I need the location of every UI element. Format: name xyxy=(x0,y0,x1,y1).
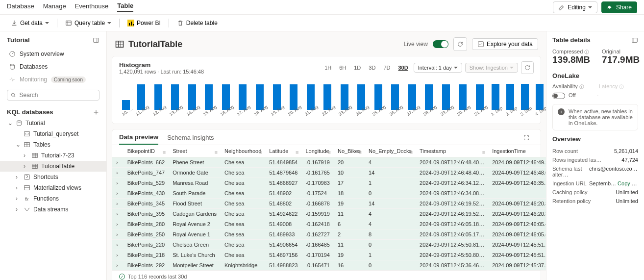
row-expand-icon[interactable]: › xyxy=(112,178,124,188)
histogram-bar[interactable]: 25. Aug xyxy=(371,84,386,119)
histogram-bar[interactable]: 24. Aug xyxy=(354,84,369,119)
editing-dropdown[interactable]: Editing xyxy=(553,1,597,13)
tree-db-tutorial[interactable]: ⌄ Tutorial xyxy=(0,118,106,128)
table-row[interactable]: ›BikePoints_747Ormonde GateChelsea51.487… xyxy=(112,168,546,178)
column-menu-icon[interactable]: ≡ xyxy=(163,149,166,155)
column-header[interactable]: Timestamp≡ xyxy=(416,145,488,157)
range-30d[interactable]: 30D xyxy=(396,63,410,72)
tree-functions[interactable]: › fx Functions xyxy=(0,193,106,204)
refresh-button[interactable] xyxy=(453,37,467,51)
column-header[interactable]: Neighbourhood≡ xyxy=(221,145,265,157)
histogram-bar[interactable]: 20. Aug xyxy=(286,84,301,119)
histogram-bar[interactable]: 16. Aug xyxy=(219,84,234,119)
tree-queryset[interactable]: Tutorial_queryset xyxy=(0,128,106,139)
column-menu-icon[interactable]: ≡ xyxy=(359,149,362,155)
column-menu-icon[interactable]: ≡ xyxy=(259,149,262,155)
range-3d[interactable]: 3D xyxy=(366,63,378,72)
live-view-toggle[interactable] xyxy=(433,40,448,48)
histogram-bar[interactable]: 2. Sep xyxy=(504,84,517,119)
table-row[interactable]: ›BikePoints_250Royal Avenue 1Chelsea51.4… xyxy=(112,229,546,240)
plus-icon[interactable] xyxy=(93,109,99,116)
table-row[interactable]: ›BikePoints_345Flood StreetChelsea51.488… xyxy=(112,199,546,209)
row-expand-icon[interactable]: › xyxy=(112,199,124,209)
histogram-bar[interactable]: 18. Aug xyxy=(252,84,268,119)
column-menu-icon[interactable]: ≡ xyxy=(410,149,413,155)
interval-dropdown[interactable]: Interval: 1 day xyxy=(414,63,462,73)
column-menu-icon[interactable]: ≡ xyxy=(215,149,218,155)
info-icon[interactable]: i xyxy=(579,84,584,89)
table-row[interactable]: ›BikePoints_662Phene StreetChelsea51.484… xyxy=(112,157,546,168)
tab-table[interactable]: Table xyxy=(117,2,133,12)
info-icon[interactable]: i xyxy=(584,50,589,54)
table-row[interactable]: ›BikePoints_218St. Luke's ChurchChelsea5… xyxy=(112,250,546,260)
histogram-bar[interactable]: 15. Aug xyxy=(201,84,217,119)
column-header[interactable]: Street≡ xyxy=(169,145,221,157)
histogram-bar[interactable]: 23. Aug xyxy=(337,84,352,119)
row-expand-icon[interactable]: › xyxy=(112,157,124,168)
histogram-bar[interactable]: 3. Sep xyxy=(519,84,531,119)
tab-database[interactable]: Database xyxy=(7,2,34,12)
range-1d[interactable]: 1D xyxy=(351,63,363,72)
table-row[interactable]: ›BikePoints_430South ParadeChelsea51.489… xyxy=(112,188,546,199)
tab-data-preview[interactable]: Data preview xyxy=(119,133,158,145)
range-1h[interactable]: 1H xyxy=(322,63,334,72)
tree-table-1[interactable]: › Tutorial-7-23 xyxy=(0,150,106,161)
histogram-bar[interactable]: 13. Aug xyxy=(168,84,183,119)
row-expand-icon[interactable]: › xyxy=(112,168,124,178)
histogram-bar[interactable]: 29. Aug xyxy=(439,84,454,119)
tab-manage[interactable]: Manage xyxy=(43,2,66,12)
range-6h[interactable]: 6H xyxy=(337,63,348,72)
row-expand-icon[interactable]: › xyxy=(112,229,124,240)
column-header[interactable]: No_Empty_Docks≡ xyxy=(365,145,416,157)
row-expand-icon[interactable]: › xyxy=(112,188,124,199)
histogram-refresh-button[interactable] xyxy=(521,61,534,74)
table-row[interactable]: ›BikePoints_220Chelsea GreenChelsea51.49… xyxy=(112,240,546,250)
histogram-bar[interactable]: 22. Aug xyxy=(320,84,335,119)
row-expand-icon[interactable]: › xyxy=(112,260,124,271)
column-header[interactable]: Longitude≡ xyxy=(301,145,334,157)
histogram-bar[interactable]: 31. Aug xyxy=(472,84,488,119)
table-row[interactable]: ›BikePoints_292Montpelier StreetKnightsb… xyxy=(112,260,546,271)
tree-tables[interactable]: ⌄ Tables xyxy=(0,139,106,150)
tab-eventhouse[interactable]: Eventhouse xyxy=(75,2,109,12)
row-expand-icon[interactable]: › xyxy=(112,219,124,229)
range-7d[interactable]: 7D xyxy=(381,63,393,72)
histogram-bar[interactable]: 19. Aug xyxy=(269,84,284,119)
histogram-bar[interactable]: 27. Aug xyxy=(405,84,420,119)
histogram-bar[interactable]: 17. Aug xyxy=(235,84,250,119)
query-table-button[interactable]: Query table xyxy=(61,18,115,28)
histogram-bar[interactable]: 30. Aug xyxy=(455,84,471,119)
expand-icon[interactable] xyxy=(523,134,534,144)
explore-data-button[interactable]: Explore your data xyxy=(472,38,538,50)
histogram-bar[interactable]: 10. … xyxy=(120,100,132,119)
row-expand-icon[interactable]: › xyxy=(112,250,124,260)
histogram-bar[interactable]: 4. Sep xyxy=(533,84,546,119)
column-header[interactable]: BikepointID≡ xyxy=(124,145,169,157)
histogram-bar[interactable]: 1. Sep xyxy=(489,84,502,119)
tab-schema-insights[interactable]: Schema insights xyxy=(167,134,214,144)
expand-panel-icon[interactable] xyxy=(631,37,638,44)
table-row[interactable]: ›BikePoints_395Cadogan GardensChelsea51.… xyxy=(112,209,546,219)
column-menu-icon[interactable]: ≡ xyxy=(296,149,298,155)
collapse-icon[interactable] xyxy=(93,37,99,44)
delete-table-button[interactable]: Delete table xyxy=(173,18,222,28)
histogram-bar[interactable]: 14. Aug xyxy=(185,84,200,119)
search-input[interactable] xyxy=(20,92,96,99)
copy-uri-link[interactable]: Copy URI xyxy=(618,180,638,186)
histogram-bar[interactable]: 21. Aug xyxy=(303,84,318,119)
column-header[interactable]: Latitude≡ xyxy=(265,145,301,157)
column-header[interactable]: IngestionTime≡ xyxy=(488,145,546,157)
tree-table-2[interactable]: › TutorialTable xyxy=(0,161,106,172)
get-data-button[interactable]: Get data xyxy=(7,18,53,28)
nav-databases[interactable]: Databases xyxy=(0,60,106,73)
histogram-bar[interactable]: 11. Aug xyxy=(134,84,149,119)
table-row[interactable]: ›BikePoints_280Royal Avenue 2Chelsea51.4… xyxy=(112,219,546,229)
histogram-bar[interactable]: 12. Aug xyxy=(151,84,166,119)
power-bi-button[interactable]: Power BI xyxy=(124,18,165,28)
column-menu-icon[interactable]: ≡ xyxy=(482,149,485,155)
search-box[interactable] xyxy=(7,90,99,101)
availability-toggle[interactable] xyxy=(552,93,565,99)
histogram-bar[interactable]: 26. Aug xyxy=(388,84,403,119)
nav-system-overview[interactable]: System overview xyxy=(0,48,106,60)
column-header[interactable]: No_Bikes≡ xyxy=(334,145,365,157)
